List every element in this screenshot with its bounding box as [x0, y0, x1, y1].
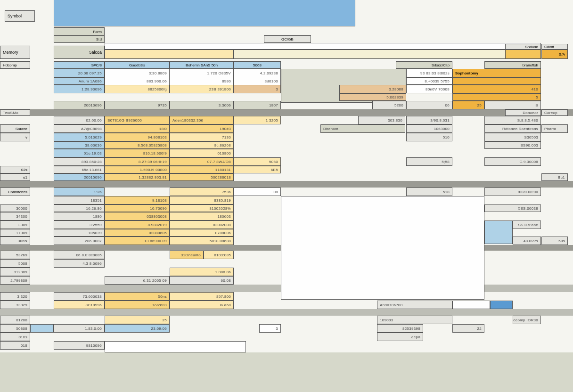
v30bn[interactable]: 30bN: [0, 237, 30, 245]
c1r1[interactable]: 20.08 097.25: [54, 69, 105, 77]
c2r2[interactable]: 883.900.06: [105, 77, 170, 85]
c3r20[interactable]: 31Oneunto: [170, 251, 204, 259]
c6r4[interactable]: S: [484, 101, 541, 109]
v50808[interactable]: 50808: [0, 324, 30, 333]
c5r2[interactable]: 8.+0039 5755: [406, 77, 452, 85]
c5r18[interactable]: eepn: [377, 333, 423, 341]
c3r5[interactable]: Aden180332:306: [170, 116, 234, 124]
c3r21[interactable]: 8103:085: [204, 251, 234, 259]
c6r11[interactable]: 8320.08:00: [484, 188, 541, 196]
c2r15[interactable]: 038803008: [105, 212, 170, 220]
col4-head[interactable]: 5068: [234, 61, 281, 69]
c1r23[interactable]: 8C10996: [54, 301, 105, 309]
c4r6[interactable]: 5060: [234, 157, 281, 166]
col3-head[interactable]: Bohemn SAnS 50n: [170, 61, 234, 69]
c6r15[interactable]: Eceomp IOR30: [513, 316, 541, 324]
c1r24[interactable]: 1.83.0:00: [54, 324, 105, 333]
c6r2[interactable]: 5: [452, 93, 541, 101]
c4r5[interactable]: 1 3205: [234, 116, 281, 124]
c5r8[interactable]: 303.830: [358, 116, 405, 124]
c5r12[interactable]: 510: [406, 133, 452, 141]
c6r1[interactable]: 410: [452, 85, 541, 93]
c5r10[interactable]: 1063000: [406, 124, 452, 133]
c3r3[interactable]: 23B 391800: [170, 85, 234, 93]
c2r21t[interactable]: soo:683: [105, 301, 170, 309]
c1r21[interactable]: 4.3 8:0096: [54, 259, 105, 268]
c6r8[interactable]: S30503: [484, 133, 541, 141]
cream-row-1[interactable]: [234, 49, 541, 59]
c3r4[interactable]: 3.3606: [170, 101, 234, 109]
col2-head[interactable]: Goodb3is: [105, 61, 170, 69]
v5008[interactable]: 5008: [0, 259, 30, 268]
v312089[interactable]: 312089: [0, 268, 30, 276]
c2r13[interactable]: 9.18108: [105, 196, 170, 204]
c3r2[interactable]: 8980: [170, 77, 234, 85]
v2799809[interactable]: 2.799809: [0, 276, 30, 285]
c2r18[interactable]: 13.86900.09: [105, 237, 170, 245]
c2r5[interactable]: S0T810G B926000: [105, 116, 170, 124]
c1r25[interactable]: 9810096: [54, 341, 105, 350]
v33029[interactable]: 33029: [0, 301, 30, 309]
c3r12[interactable]: 500288018: [170, 173, 234, 181]
c5r17[interactable]: 82539398: [377, 324, 423, 333]
c2r17[interactable]: 02080605: [105, 229, 170, 237]
col6-head[interactable]: branoftsh: [484, 61, 541, 69]
c3r1[interactable]: 1.720 O835V: [170, 69, 234, 77]
v3320[interactable]: 3.320: [0, 292, 30, 301]
c5r4a[interactable]: 5:002839: [339, 93, 406, 101]
c3r9[interactable]: 010800: [170, 149, 234, 157]
c1r3[interactable]: 1:28.90096: [54, 85, 105, 93]
c3r17[interactable]: 83002008: [170, 220, 234, 229]
c6r12[interactable]: 5SS.00038: [484, 204, 541, 212]
c2r19[interactable]: 6.31 2005 09: [105, 276, 170, 285]
c5r1[interactable]: 93 83:03 8t802s: [406, 69, 452, 77]
c1r18[interactable]: 105839: [54, 229, 105, 237]
c6r7[interactable]: Rdfonen Soentirons: [484, 124, 541, 133]
c2r6[interactable]: 18l0: [105, 124, 170, 133]
c1r19[interactable]: 286.0087: [54, 237, 105, 245]
c4r8[interactable]: 08: [234, 188, 281, 196]
c3r18[interactable]: 8708006: [170, 229, 234, 237]
c3r22[interactable]: 1 008.06: [170, 268, 234, 276]
c3r10[interactable]: 07.7 8WJ/O8: [170, 157, 234, 166]
c3r11[interactable]: 1180131: [170, 166, 234, 173]
c5r3b[interactable]: 80n0V 70008: [406, 85, 452, 93]
sophontomy[interactable]: Sophontomy: [452, 69, 541, 77]
c6r14[interactable]: 48.8!ors: [513, 237, 541, 245]
c2r14[interactable]: 10.70096: [105, 204, 170, 212]
white-cell-1[interactable]: [452, 301, 490, 309]
c3r19[interactable]: 5018.08688: [170, 237, 234, 245]
v018[interactable]: 018: [0, 341, 30, 350]
c1r4[interactable]: 20010696: [54, 101, 105, 109]
c1r22[interactable]: 73.600038: [54, 292, 105, 301]
c2r4[interactable]: 9735: [105, 101, 170, 109]
c5r16[interactable]: 109003: [377, 316, 452, 324]
c1r9[interactable]: 01o.19:03: [54, 149, 105, 157]
c4r1[interactable]: 4.2.09238: [234, 69, 281, 77]
c2r11[interactable]: 1.590.l9 00800: [105, 166, 170, 173]
v34300[interactable]: 34300: [0, 212, 30, 220]
c5r15[interactable]: Ab90706700: [377, 301, 452, 309]
c1r17[interactable]: 3:2559: [54, 220, 105, 229]
c1r13[interactable]: 1:26: [54, 188, 105, 196]
c1r15[interactable]: 16.26.86: [54, 204, 105, 212]
c1r6[interactable]: A7@C8898: [54, 124, 105, 133]
c6r13[interactable]: SS.0.9:ane: [513, 220, 541, 229]
c1r12[interactable]: 20015096: [54, 173, 105, 181]
c5r5b[interactable]: 06: [406, 101, 452, 109]
c2r10[interactable]: 8.27:39 06:8:19: [105, 157, 170, 166]
c1r11[interactable]: 65c.13.661: [54, 166, 105, 173]
c4r3[interactable]: 3: [234, 85, 281, 93]
c1r5[interactable]: 02.00.06: [54, 116, 105, 124]
c2r3[interactable]: 8825800fg: [105, 85, 170, 93]
c3r24[interactable]: 857.800: [170, 292, 234, 301]
c6r10[interactable]: C.9.30008: [484, 157, 541, 166]
c2r7[interactable]: 94.808103: [105, 133, 170, 141]
c4r4[interactable]: 1807: [234, 101, 281, 109]
c5r13[interactable]: 5;58: [406, 157, 452, 166]
c6r9[interactable]: SS90.003: [484, 141, 541, 149]
yellow-row-1[interactable]: [105, 49, 234, 59]
c5r3a[interactable]: 3.28088: [339, 85, 406, 93]
blue-pad-bot[interactable]: [30, 324, 54, 333]
c6r6[interactable]: S.8:8.5.480: [484, 116, 541, 124]
